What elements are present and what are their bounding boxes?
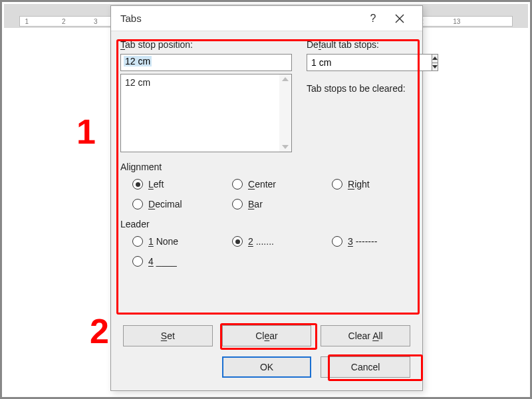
tab-stop-list[interactable]: 12 cm: [120, 74, 292, 152]
default-tab-stops-input[interactable]: [307, 54, 432, 71]
tab-stop-position-input[interactable]: 12 cm: [120, 54, 292, 71]
leader-title: Leader: [120, 219, 413, 229]
default-tab-stops-label: Default tab stops:: [307, 39, 413, 50]
default-tab-stops-spinner[interactable]: [307, 54, 405, 71]
annotation-2: 2: [90, 311, 109, 351]
list-scrollbar[interactable]: [279, 74, 291, 152]
alignment-left-radio[interactable]: Left: [132, 179, 232, 190]
alignment-decimal-radio[interactable]: Decimal: [132, 199, 232, 209]
leader-4-underline-radio[interactable]: 4 ____: [132, 256, 232, 267]
titlebar: Tabs ?: [111, 6, 422, 31]
spinner-up-button[interactable]: [432, 55, 438, 63]
cancel-button[interactable]: Cancel: [321, 356, 410, 378]
scroll-down-icon[interactable]: [282, 145, 289, 149]
spinner-down-button[interactable]: [432, 63, 438, 71]
chevron-up-icon: [432, 57, 438, 60]
ruler-tick: 1: [25, 17, 29, 26]
leader-1-none-radio[interactable]: 1 None: [132, 236, 232, 247]
alignment-bar-radio[interactable]: Bar: [232, 199, 332, 209]
list-item[interactable]: 12 cm: [125, 77, 275, 88]
annotation-1: 1: [76, 112, 96, 152]
leader-group: 1 None 2 ....... 3 ------- 4 ____: [120, 236, 413, 267]
clear-button[interactable]: Clear: [222, 325, 312, 346]
set-button[interactable]: Set: [123, 325, 213, 346]
alignment-center-radio[interactable]: Center: [232, 179, 332, 190]
help-button[interactable]: ?: [360, 6, 386, 31]
alignment-title: Alignment: [120, 162, 413, 172]
tabs-dialog: Tabs ? Tab stop position: 12 cm 12 cm: [110, 5, 423, 391]
leader-3-dashes-radio[interactable]: 3 -------: [332, 236, 412, 247]
ruler-tick: 13: [453, 17, 460, 26]
ruler-tick: 3: [94, 17, 98, 26]
tab-stop-position-value: 12 cm: [124, 56, 152, 66]
dialog-title: Tabs: [120, 13, 142, 24]
alignment-right-radio[interactable]: Right: [332, 179, 412, 190]
ok-button[interactable]: OK: [222, 356, 312, 378]
tab-stop-position-label: Tab stop position:: [120, 39, 293, 50]
screenshot-frame: 1 2 3 4 11 12 13 1 2 3 Tabs ? Tab stop p…: [0, 0, 532, 399]
ruler-tick: 2: [62, 17, 66, 26]
close-button[interactable]: [386, 6, 413, 31]
leader-2-dots-radio[interactable]: 2 .......: [232, 236, 332, 247]
clear-all-button[interactable]: Clear All: [321, 325, 410, 346]
chevron-down-icon: [432, 65, 438, 68]
alignment-group: Left Center Right Decimal Bar: [120, 179, 413, 209]
close-icon: [395, 14, 404, 23]
scroll-up-icon[interactable]: [282, 77, 289, 81]
to-be-cleared-label: Tab stops to be cleared:: [307, 83, 413, 94]
